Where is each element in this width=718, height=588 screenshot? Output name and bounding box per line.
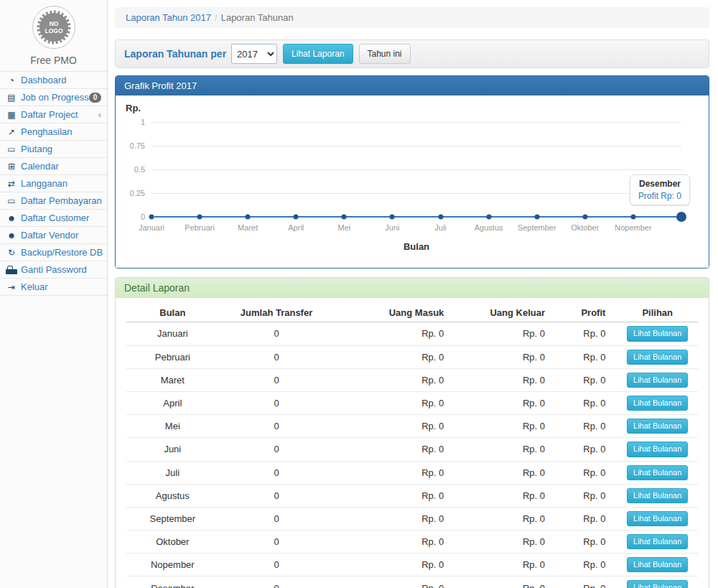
y-tick-label: 0.5 — [134, 166, 145, 174]
breadcrumb-separator: / — [215, 12, 218, 23]
sidebar-item-ganti-password[interactable]: Ganti Password — [0, 261, 107, 279]
y-tick-label: 0.75 — [130, 142, 145, 151]
data-point-januari — [149, 215, 154, 220]
cell-profit: Rp. 0 — [559, 554, 617, 577]
view-monthly-button-desember[interactable]: Lihat Bulanan — [627, 580, 688, 588]
sidebar-item-piutang[interactable]: ▭Piutang — [0, 141, 107, 158]
chart-gridline: 0.75 — [151, 146, 681, 146]
no-logo-seal-icon: NO LOGO — [32, 5, 76, 50]
cell-profit: Rp. 0 — [559, 391, 617, 414]
report-toolbar: Laporan Tahunan per 2017 Lihat Laporan T… — [115, 39, 709, 68]
view-monthly-button-januari[interactable]: Lihat Bulanan — [627, 326, 688, 341]
sidebar-item-label: Daftar Pembayaran — [21, 195, 102, 206]
view-monthly-button-oktober[interactable]: Lihat Bulanan — [627, 534, 688, 549]
sidebar: NO LOGO Free PMO ◔Dashboard▤Job on Progr… — [0, 0, 108, 588]
view-monthly-button-juli[interactable]: Lihat Bulanan — [627, 465, 688, 480]
table-row: Maret0Rp. 0Rp. 0Rp. 0Lihat Bulanan — [126, 368, 698, 391]
cell-transfer: 0 — [219, 484, 335, 507]
cell-month: April — [126, 391, 219, 414]
data-point-oktober — [582, 215, 587, 220]
cell-month: September — [126, 507, 219, 530]
sidebar-item-label: Piutang — [21, 144, 52, 154]
cell-keluar: Rp. 0 — [461, 438, 559, 461]
view-monthly-button-maret[interactable]: Lihat Bulanan — [627, 373, 688, 388]
users-icon: ☻ — [6, 214, 17, 223]
profit-series-line — [154, 216, 681, 218]
chart-gridline: 0.25 — [151, 193, 681, 194]
view-monthly-button-juni[interactable]: Lihat Bulanan — [627, 442, 688, 457]
cell-transfer: 0 — [219, 461, 335, 484]
chart-gridline: 1 — [151, 122, 681, 123]
cell-keluar: Rp. 0 — [461, 368, 559, 391]
cell-transfer: 0 — [219, 531, 335, 554]
data-point-pebruari — [197, 215, 202, 220]
sidebar-item-calendar[interactable]: ⊞Calendar — [0, 158, 107, 175]
cell-action: Lihat Bulanan — [617, 391, 698, 414]
svg-text:LOGO: LOGO — [45, 27, 62, 34]
sidebar-item-daftar-pembayaran[interactable]: ▭Daftar Pembayaran — [0, 192, 107, 210]
view-monthly-button-mei[interactable]: Lihat Bulanan — [627, 419, 688, 434]
sidebar-item-daftar-project[interactable]: ▦Daftar Project‹ — [0, 106, 107, 123]
job-count-badge: 0 — [89, 93, 102, 103]
y-tick-label: 1 — [141, 118, 145, 127]
detail-report-panel: Detail Laporan BulanJumlah TransferUang … — [115, 277, 709, 588]
sidebar-item-job-on-progress[interactable]: ▤Job on Progress0 — [0, 89, 107, 106]
cell-profit: Rp. 0 — [559, 345, 617, 368]
cell-keluar: Rp. 0 — [461, 554, 559, 577]
cell-transfer: 0 — [219, 322, 335, 345]
breadcrumb-link-laporan-tahun[interactable]: Laporan Tahun 2017 — [126, 12, 211, 23]
year-select[interactable]: 2017 — [231, 44, 277, 64]
view-monthly-button-agustus[interactable]: Lihat Bulanan — [627, 488, 688, 503]
view-report-button[interactable]: Lihat Laporan — [283, 44, 353, 64]
cell-profit: Rp. 0 — [559, 322, 617, 345]
x-tick-label: Juni — [385, 223, 399, 232]
cell-action: Lihat Bulanan — [617, 461, 698, 484]
table-body: Januari0Rp. 0Rp. 0Rp. 0Lihat BulananPebr… — [126, 322, 698, 588]
lock-icon — [6, 269, 17, 274]
cell-keluar: Rp. 0 — [461, 577, 559, 588]
profit-chart-panel: Grafik Profit 2017 Rp. 00.250.50.751Janu… — [115, 75, 709, 269]
sidebar-item-label: Daftar Customer — [21, 213, 89, 223]
cell-action: Lihat Bulanan — [617, 415, 698, 438]
view-monthly-button-nopember[interactable]: Lihat Bulanan — [627, 557, 688, 572]
cell-keluar: Rp. 0 — [461, 531, 559, 554]
chart-gridline: 0.5 — [151, 169, 681, 170]
view-monthly-button-pebruari[interactable]: Lihat Bulanan — [627, 350, 688, 365]
data-point-desember — [676, 212, 686, 222]
cell-keluar: Rp. 0 — [461, 461, 559, 484]
line-chart-icon: ↗ — [6, 128, 17, 136]
x-tick-label: April — [288, 223, 304, 232]
money-icon: ▭ — [6, 145, 17, 154]
cell-month: Maret — [126, 368, 219, 391]
cell-profit: Rp. 0 — [559, 531, 617, 554]
sidebar-item-keluar[interactable]: ⇥Keluar — [0, 279, 107, 296]
table-header-row: BulanJumlah TransferUang MasukUang Kelua… — [126, 304, 698, 322]
cell-masuk: Rp. 0 — [334, 438, 461, 461]
cell-transfer: 0 — [219, 507, 335, 530]
cell-masuk: Rp. 0 — [334, 577, 461, 588]
sidebar-item-daftar-customer[interactable]: ☻Daftar Customer — [0, 210, 107, 227]
cell-transfer: 0 — [219, 438, 335, 461]
this-year-button[interactable]: Tahun ini — [359, 44, 411, 64]
sidebar-item-penghasilan[interactable]: ↗Penghasilan — [0, 123, 107, 141]
view-monthly-button-april[interactable]: Lihat Bulanan — [627, 396, 688, 411]
cell-action: Lihat Bulanan — [617, 507, 698, 530]
cell-keluar: Rp. 0 — [461, 484, 559, 507]
table-row: Nopember0Rp. 0Rp. 0Rp. 0Lihat Bulanan — [126, 554, 698, 577]
table-row: Oktober0Rp. 0Rp. 0Rp. 0Lihat Bulanan — [126, 531, 698, 554]
cell-month: Agustus — [126, 484, 219, 507]
view-monthly-button-september[interactable]: Lihat Bulanan — [627, 511, 688, 526]
sidebar-item-daftar-vendor[interactable]: ☻Daftar Vendor — [0, 227, 107, 244]
x-tick-label: Juli — [434, 223, 447, 232]
table-row: Agustus0Rp. 0Rp. 0Rp. 0Lihat Bulanan — [126, 484, 698, 507]
sidebar-item-dashboard[interactable]: ◔Dashboard — [0, 72, 107, 89]
cell-transfer: 0 — [219, 391, 335, 414]
cell-month: Pebruari — [126, 345, 219, 368]
data-point-nopember — [630, 215, 635, 220]
cell-masuk: Rp. 0 — [334, 531, 461, 554]
data-point-juni — [390, 215, 395, 220]
chart-panel-title: Grafik Profit 2017 — [116, 76, 709, 95]
sidebar-item-langganan[interactable]: ⇄Langganan — [0, 175, 107, 192]
sidebar-item-backup-restore-db[interactable]: ↻Backup/Restore DB — [0, 244, 107, 261]
sidebar-item-label: Calendar — [21, 161, 59, 172]
